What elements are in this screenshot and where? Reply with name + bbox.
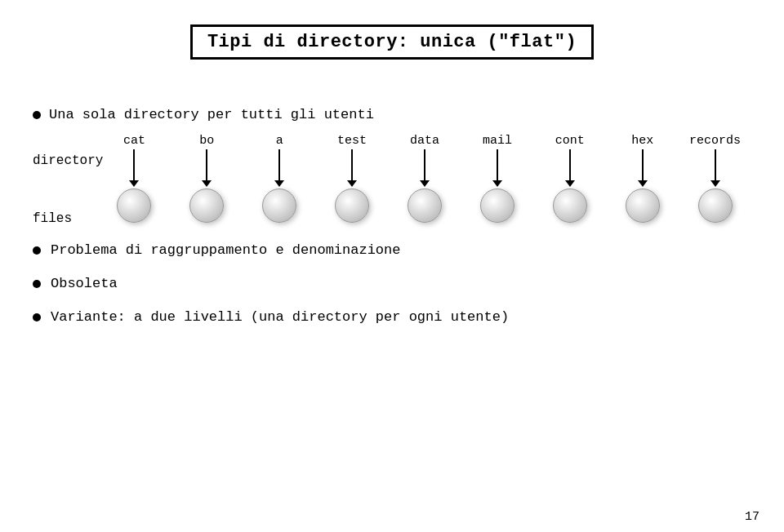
bullet-3-text: Obsoleta xyxy=(51,276,118,291)
file-col-8 xyxy=(679,187,751,223)
arrow-8 xyxy=(710,149,720,187)
title-box: Tipi di directory: unica ("flat") xyxy=(190,24,594,60)
bullet-dot-3 xyxy=(33,280,41,288)
file-col-6 xyxy=(533,187,606,223)
file-circle-1 xyxy=(189,188,224,223)
diagram-top-row: directory catboatestdatamailconthexrecor… xyxy=(33,134,751,187)
arrow-4 xyxy=(420,149,430,187)
entry-col-5: mail xyxy=(461,134,533,187)
entry-col-2: a xyxy=(243,134,316,187)
entry-col-7: hex xyxy=(606,134,679,187)
arrow-line-1 xyxy=(206,149,207,180)
file-col-0 xyxy=(98,187,171,223)
file-col-2 xyxy=(243,187,316,223)
directory-entries: catboatestdatamailconthexrecords xyxy=(98,134,751,187)
file-col-4 xyxy=(389,187,461,223)
entry-col-3: test xyxy=(316,134,389,187)
file-circle-2 xyxy=(262,188,296,223)
slide-title: Tipi di directory: unica ("flat") xyxy=(207,32,577,52)
arrow-head-4 xyxy=(420,180,430,187)
arrow-2 xyxy=(274,149,284,187)
entry-name-6: cont xyxy=(555,134,585,148)
arrow-line-4 xyxy=(424,149,425,180)
entry-col-0: cat xyxy=(98,134,171,187)
file-col-3 xyxy=(316,187,389,223)
diagram-section: directory catboatestdatamailconthexrecor… xyxy=(33,134,751,226)
arrow-6 xyxy=(565,149,575,187)
slide-page: Tipi di directory: unica ("flat") Una so… xyxy=(0,0,784,532)
file-circle-6 xyxy=(553,188,587,223)
files-circles xyxy=(98,187,751,223)
file-circle-4 xyxy=(408,188,442,223)
bullet-1-text: Una sola directory per tutti gli utenti xyxy=(49,107,374,122)
entry-name-5: mail xyxy=(483,134,512,148)
page-number: 17 xyxy=(745,510,760,524)
arrow-7 xyxy=(638,149,648,187)
bullet-dot-2 xyxy=(33,246,41,255)
file-col-1 xyxy=(171,187,243,223)
lower-bullets: Problema di raggruppamento e denominazio… xyxy=(33,242,751,325)
file-circle-3 xyxy=(335,188,369,223)
title-wrapper: Tipi di directory: unica ("flat") xyxy=(33,24,751,84)
arrow-line-8 xyxy=(715,149,716,180)
file-circle-8 xyxy=(698,188,733,223)
bullet-4: Variante: a due livelli (una directory p… xyxy=(33,309,751,325)
entry-name-3: test xyxy=(337,134,367,148)
arrow-3 xyxy=(347,149,357,187)
arrow-line-2 xyxy=(278,149,280,180)
entry-name-1: bo xyxy=(199,134,214,148)
arrow-line-7 xyxy=(642,149,644,180)
arrow-5 xyxy=(492,149,502,187)
arrow-0 xyxy=(129,149,139,187)
entry-col-1: bo xyxy=(171,134,243,187)
arrow-line-6 xyxy=(569,149,571,180)
bullet-3: Obsoleta xyxy=(33,276,751,291)
entry-name-7: hex xyxy=(631,134,653,148)
arrow-head-7 xyxy=(638,180,648,187)
file-circle-5 xyxy=(480,188,514,223)
files-label: files xyxy=(33,187,98,226)
arrow-head-2 xyxy=(274,180,284,187)
entry-col-8: records xyxy=(679,134,751,187)
arrow-line-5 xyxy=(497,149,498,180)
file-col-7 xyxy=(606,187,679,223)
arrow-head-5 xyxy=(492,180,502,187)
arrow-line-3 xyxy=(351,149,353,180)
bullet-2-text: Problema di raggruppamento e denominazio… xyxy=(51,242,400,258)
files-row: files xyxy=(33,187,751,226)
bullet-4-text: Variante: a due livelli (una directory p… xyxy=(51,309,509,325)
bullet-1: Una sola directory per tutti gli utenti xyxy=(33,107,751,122)
entry-col-4: data xyxy=(389,134,461,187)
arrow-head-1 xyxy=(202,180,212,187)
entry-name-4: data xyxy=(410,134,439,148)
arrow-head-0 xyxy=(129,180,139,187)
file-circle-7 xyxy=(626,188,660,223)
arrow-line-0 xyxy=(133,149,135,180)
arrow-head-3 xyxy=(347,180,357,187)
arrow-1 xyxy=(202,149,212,187)
entry-name-0: cat xyxy=(123,134,145,148)
entry-name-8: records xyxy=(689,134,741,148)
bullet-dot-4 xyxy=(33,313,41,321)
entry-col-6: cont xyxy=(533,134,606,187)
directory-label: directory xyxy=(33,153,98,168)
arrow-head-8 xyxy=(710,180,720,187)
bullet-2: Problema di raggruppamento e denominazio… xyxy=(33,242,751,258)
file-col-5 xyxy=(461,187,533,223)
entry-name-2: a xyxy=(276,134,283,148)
bullet-dot-1 xyxy=(33,111,41,119)
arrow-head-6 xyxy=(565,180,575,187)
file-circle-0 xyxy=(117,188,151,223)
